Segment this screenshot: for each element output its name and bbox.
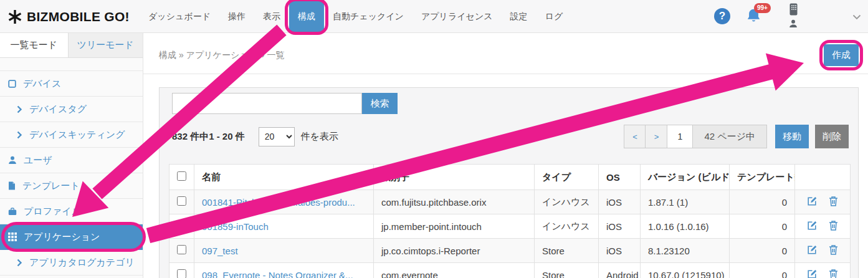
notifications-button[interactable]: 99+	[745, 7, 770, 27]
edit-icon[interactable]	[807, 269, 818, 278]
account-menu[interactable]	[785, 3, 801, 31]
column-header-name: 名前	[194, 165, 374, 190]
column-header-template-count: テンプレート数	[730, 165, 795, 190]
content-panel: 検索 832 件中1 - 20 件 20 件を表示 < > 42 ページ中 移動…	[159, 87, 859, 278]
app-os: iOS	[599, 190, 641, 214]
nav-item-operations[interactable]: 操作	[219, 0, 254, 33]
breadcrumb[interactable]: 構成 » アプリケーション » 一覧	[159, 50, 284, 61]
nav-item-auto-checkin[interactable]: 自動チェックイン	[324, 0, 413, 33]
app-version: 1.87.1 (1)	[641, 190, 730, 214]
per-page-label: 件を表示	[301, 131, 338, 143]
nav-item-dashboard[interactable]: ダッシュボード	[140, 0, 219, 33]
device-square-icon	[8, 80, 16, 88]
sidebar-item-devices[interactable]: デバイス	[0, 71, 143, 97]
create-button[interactable]: 作成	[824, 44, 859, 66]
app-template-count: 0	[730, 214, 795, 239]
top-bar: BIZMOBILE GO! ダッシュボード 操作 表示 構成 自動チェックイン …	[0, 0, 868, 33]
app-grid-icon	[8, 232, 17, 241]
total-pages-label: 42 ページ中	[693, 125, 767, 148]
header-divider	[143, 74, 868, 74]
app-version: 1.0.16 (1.0.16)	[641, 214, 730, 239]
row-checkbox[interactable]	[177, 245, 186, 254]
prev-page-button[interactable]: <	[624, 125, 646, 148]
app-os: Android	[599, 263, 641, 278]
column-header-type: タイプ	[535, 165, 599, 190]
search-input[interactable]	[172, 93, 362, 114]
chevron-down-icon[interactable]	[852, 11, 861, 22]
app-logo[interactable]: BIZMOBILE GO!	[7, 0, 130, 33]
sidebar-item-app-catalog-categories[interactable]: アプリカタログカテゴリ	[0, 250, 143, 276]
pagination: < > 42 ページ中 移動 削除	[624, 125, 849, 148]
sidebar-item-users[interactable]: ユーザ	[0, 148, 143, 173]
table-row: 001841-PitchBase-Buffaloes-produ... com.…	[169, 190, 851, 214]
sidebar-item-templates[interactable]: テンプレート	[0, 173, 143, 199]
app-name-link[interactable]: 001859-inTouch	[194, 214, 374, 239]
edit-icon[interactable]	[807, 244, 818, 257]
trash-icon[interactable]	[829, 196, 838, 208]
logo-text: BIZMOBILE GO!	[27, 9, 130, 24]
app-version: 10.67.0 (1215910)	[641, 263, 730, 278]
notification-count-badge: 99+	[754, 3, 771, 13]
nav-item-settings[interactable]: 設定	[502, 0, 537, 33]
sidebar-menu: デバイス デバイスタグ デバイスキッティング ユーザ テンプレート プロファイル…	[0, 70, 143, 276]
chevron-right-icon	[17, 105, 22, 113]
chevron-right-icon	[17, 259, 22, 267]
app-name-link[interactable]: 001841-PitchBase-Buffaloes-produ...	[194, 190, 374, 214]
app-os: iOS	[599, 214, 641, 239]
app-type: インハウス	[535, 190, 599, 214]
row-checkbox[interactable]	[177, 196, 186, 206]
chevron-right-icon	[17, 131, 22, 139]
app-version: 8.1.23120	[641, 239, 730, 263]
search-button[interactable]: 検索	[362, 93, 398, 114]
go-to-page-button[interactable]: 移動	[775, 125, 809, 148]
search-bar: 検索	[172, 93, 398, 114]
page-size-select[interactable]: 20	[259, 127, 295, 146]
device-icon	[789, 3, 798, 18]
nav-item-view[interactable]: 表示	[254, 0, 289, 33]
app-type: インハウス	[535, 214, 599, 239]
row-checkbox[interactable]	[177, 221, 186, 230]
app-name-link[interactable]: 098_Evernote - Notes Organizer &...	[194, 263, 374, 278]
tab-list-mode[interactable]: 一覧モード	[0, 33, 69, 57]
trash-icon[interactable]	[829, 244, 838, 257]
sidebar-item-applications[interactable]: アプリケーション	[0, 224, 143, 250]
app-identifier: com.fujitsu.pitchbase.orix	[374, 190, 535, 214]
bell-icon	[745, 16, 762, 26]
sidebar-item-device-tags[interactable]: デバイスタグ	[0, 97, 143, 122]
select-all-checkbox[interactable]	[177, 171, 186, 181]
app-identifier: jp.member-point.intouch	[374, 214, 535, 239]
nav-item-log[interactable]: ログ	[537, 0, 572, 33]
document-icon	[8, 181, 16, 190]
app-template-count: 0	[730, 190, 795, 214]
trash-icon[interactable]	[829, 220, 838, 232]
column-header-identifier: 識別子	[374, 165, 535, 190]
result-count: 832 件中1 - 20 件	[172, 131, 245, 143]
edit-icon[interactable]	[807, 220, 818, 232]
table-row: 001859-inTouch jp.member-point.intouch イ…	[169, 214, 851, 239]
sidebar-item-profiles[interactable]: プロファイル	[0, 199, 143, 224]
sidebar-mode-tabs: 一覧モード ツリーモード	[0, 33, 143, 58]
logo-asterisk-icon	[7, 9, 22, 24]
user-icon	[8, 156, 17, 165]
nav-item-app-license[interactable]: アプリライセンス	[413, 0, 502, 33]
sidebar-item-device-kitting[interactable]: デバイスキッティング	[0, 122, 143, 148]
row-checkbox[interactable]	[177, 269, 186, 278]
table-row: 098_Evernote - Notes Organizer &... com.…	[169, 263, 851, 278]
nav-item-configuration[interactable]: 構成	[289, 0, 324, 33]
delete-button[interactable]: 削除	[815, 125, 849, 148]
trash-icon[interactable]	[829, 269, 838, 278]
user-silhouette-icon	[789, 19, 798, 31]
app-os: iOS	[599, 239, 641, 263]
help-icon[interactable]: ?	[714, 8, 730, 24]
app-name-link[interactable]: 097_test	[194, 239, 374, 263]
current-page-input[interactable]	[667, 125, 693, 148]
tab-tree-mode[interactable]: ツリーモード	[69, 33, 143, 57]
next-page-button[interactable]: >	[646, 125, 667, 148]
table-header-row: 名前 識別子 タイプ OS バージョン (ビルド) テンプレート数	[169, 165, 851, 190]
app-identifier: jp.co.cimtops.i-Reporter	[374, 239, 535, 263]
applications-table: 名前 識別子 タイプ OS バージョン (ビルド) テンプレート数 001841…	[169, 164, 850, 278]
app-type: Store	[535, 263, 599, 278]
list-controls: 832 件中1 - 20 件 20 件を表示 < > 42 ページ中 移動 削除	[172, 125, 849, 148]
column-header-os: OS	[599, 165, 641, 190]
edit-icon[interactable]	[807, 196, 818, 208]
